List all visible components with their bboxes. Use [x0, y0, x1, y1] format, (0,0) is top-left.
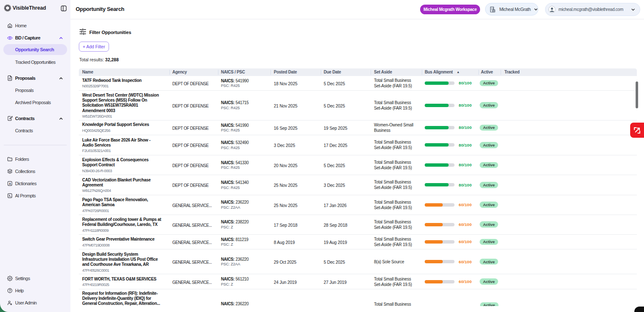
svg-text:A: A — [9, 182, 11, 185]
